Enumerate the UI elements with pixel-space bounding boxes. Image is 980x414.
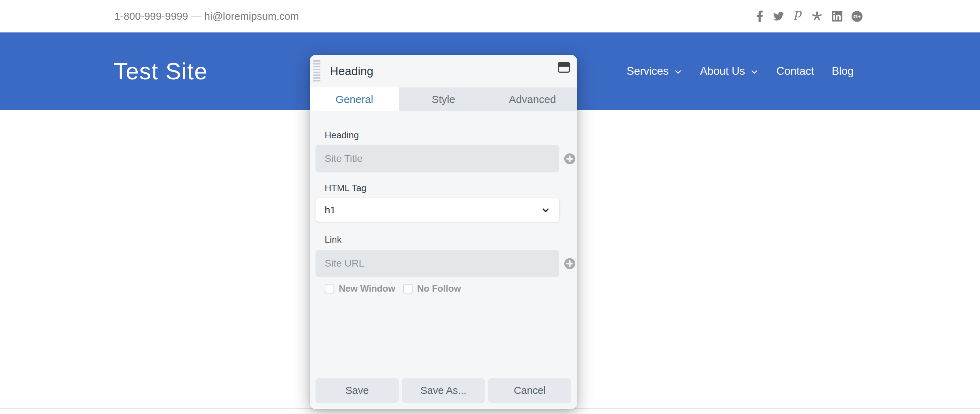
modal-button-row: Save Save As... Cancel	[315, 378, 571, 403]
svg-text:p: p	[794, 10, 802, 20]
nav-item-blog[interactable]: Blog	[832, 65, 854, 78]
nav-label: Contact	[776, 65, 814, 78]
nav-item-services[interactable]: Services	[627, 65, 682, 78]
link-options-row: New Window No Follow	[325, 283, 571, 294]
nav-item-about-us[interactable]: About Us	[700, 65, 759, 78]
tab-advanced[interactable]: Advanced	[488, 87, 577, 111]
tab-general[interactable]: General	[310, 87, 399, 111]
window-pin-button[interactable]	[558, 62, 570, 73]
modal-title: Heading	[330, 65, 373, 78]
cancel-button[interactable]: Cancel	[488, 378, 571, 403]
drag-handle-icon[interactable]	[313, 60, 320, 82]
link-url-input[interactable]	[315, 250, 559, 277]
html-tag-field-row: h1	[315, 198, 559, 222]
heading-text-input[interactable]	[315, 145, 559, 173]
modal-header: Heading	[310, 55, 577, 87]
chevron-down-icon	[750, 68, 759, 76]
modal-content-spacer	[315, 294, 571, 378]
html-tag-select[interactable]: h1	[315, 198, 559, 222]
linkedin-icon[interactable]	[832, 11, 842, 22]
plus-circle-icon	[564, 258, 576, 270]
contact-info: 1-800-999-9999 — hi@loremipsum.com	[115, 11, 299, 22]
nav-label: Blog	[832, 65, 854, 78]
heading-settings-modal: Heading General Style Advanced Heading H…	[310, 55, 577, 409]
yelp-icon[interactable]	[811, 11, 822, 22]
nav-item-contact[interactable]: Contact	[776, 65, 814, 78]
main-nav: Services About Us Contact Blog	[627, 65, 854, 78]
modal-content: Heading HTML Tag h1 Link New Window N	[310, 111, 577, 409]
link-field-label: Link	[325, 235, 571, 244]
chevron-down-icon	[540, 205, 551, 216]
tab-style[interactable]: Style	[399, 87, 488, 111]
window-icon	[558, 62, 570, 73]
heading-field-row	[315, 145, 559, 173]
no-follow-checkbox[interactable]	[403, 284, 412, 293]
new-window-label: New Window	[339, 283, 395, 294]
save-as-button[interactable]: Save As...	[402, 378, 485, 403]
plus-circle-icon	[564, 153, 576, 165]
site-title-link[interactable]: Test Site	[114, 58, 208, 85]
heading-field-label: Heading	[325, 130, 571, 140]
nav-label: Services	[627, 65, 669, 78]
nav-label: About Us	[700, 65, 745, 78]
heading-connect-button[interactable]	[564, 153, 576, 165]
pinterest-icon[interactable]: p	[794, 10, 802, 22]
svg-text:G+: G+	[853, 13, 861, 19]
social-links: p G+	[756, 10, 862, 22]
link-field-row	[315, 250, 559, 277]
no-follow-label: No Follow	[417, 283, 461, 294]
facebook-icon[interactable]	[756, 11, 763, 22]
html-tag-selected-value: h1	[325, 205, 336, 216]
html-tag-field-label: HTML Tag	[325, 183, 571, 193]
new-window-checkbox[interactable]	[325, 284, 334, 293]
twitter-icon[interactable]	[773, 11, 784, 22]
top-utility-bar: 1-800-999-9999 — hi@loremipsum.com p	[0, 0, 980, 32]
save-button[interactable]: Save	[315, 378, 399, 403]
chevron-down-icon	[674, 68, 682, 76]
google-plus-icon[interactable]: G+	[851, 11, 862, 22]
link-connect-button[interactable]	[564, 258, 576, 270]
modal-tabs: General Style Advanced	[310, 87, 577, 111]
